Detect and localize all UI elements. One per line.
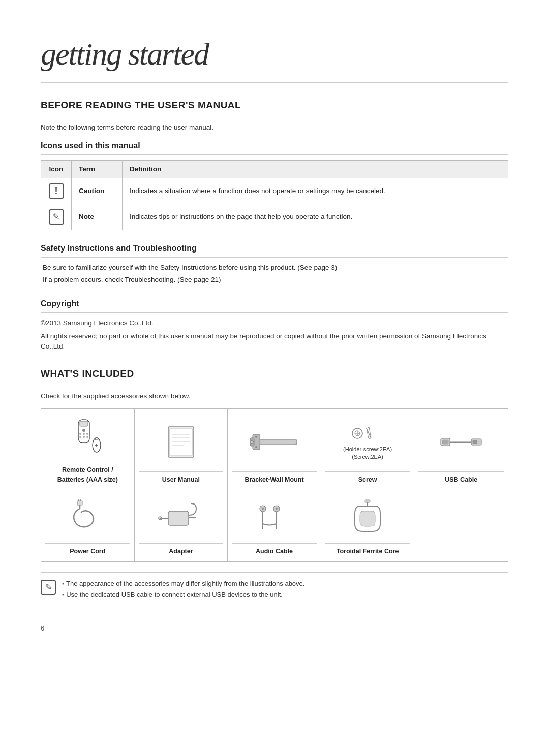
caution-icon: !: [49, 183, 64, 199]
table-row: ✎ Note Indicates tips or instructions on…: [41, 204, 508, 230]
icons-heading: Icons used in this manual: [41, 140, 508, 155]
svg-point-43: [159, 517, 161, 519]
accessory-remote: Remote Control /Batteries (AAA size): [41, 409, 135, 490]
svg-point-7: [83, 436, 85, 438]
usb-illustration: [418, 417, 504, 467]
audiocable-label: Audio Cable: [232, 543, 317, 556]
whats-included-section: WHAT'S INCLUDED Check for the supplied a…: [41, 367, 508, 608]
bracket-illustration: [232, 417, 317, 467]
note-icon-cell: ✎: [41, 204, 72, 230]
bottom-notes: ✎ The appearance of the accessories may …: [41, 572, 508, 609]
note-term: Note: [72, 204, 123, 230]
svg-point-8: [86, 436, 88, 438]
adapter-illustration: [139, 498, 224, 539]
col-icon: Icon: [41, 160, 72, 178]
accessories-intro: Check for the supplied accessories shown…: [41, 391, 508, 401]
copyright-line-2: All rights reserved; no part or whole of…: [41, 331, 508, 352]
caution-term: Caution: [72, 178, 123, 204]
caution-definition: Indicates a situation where a function d…: [123, 178, 508, 204]
safety-heading: Safety Instructions and Troubleshooting: [41, 242, 508, 258]
svg-rect-1: [80, 421, 88, 426]
caution-icon-cell: !: [41, 178, 72, 204]
copyright-line-1: ©2013 Samsung Electronics Co.,Ltd.: [41, 318, 508, 328]
col-term: Term: [72, 160, 123, 178]
icons-table: Icon Term Definition ! Caution Indicates…: [41, 160, 508, 230]
accessory-screw: (Holder-screw:2EA) (Screw:2EA) Screw: [321, 409, 415, 490]
icons-section: Icons used in this manual Icon Term Defi…: [41, 140, 508, 230]
page-title: getting started: [41, 30, 508, 83]
col-definition: Definition: [123, 160, 508, 178]
adapter-label: Adapter: [139, 543, 224, 556]
accessory-bracket: Bracket-Wall Mount: [228, 409, 321, 490]
bracket-label: Bracket-Wall Mount: [232, 471, 317, 485]
screw-illustration: (Holder-screw:2EA) (Screw:2EA): [325, 417, 410, 467]
manual-label: User Manual: [139, 471, 224, 485]
audiocable-illustration: [232, 498, 317, 539]
notes-text: The appearance of the accessories may di…: [62, 579, 304, 602]
copyright-heading: Copyright: [41, 298, 508, 313]
svg-rect-36: [77, 501, 82, 505]
svg-point-2: [82, 429, 85, 432]
whats-included-heading: WHAT'S INCLUDED: [41, 367, 508, 385]
remote-illustration: [45, 417, 130, 458]
svg-point-4: [83, 433, 85, 435]
ferrite-illustration: [325, 498, 410, 539]
before-reading-intro: Note the following terms before reading …: [41, 122, 508, 133]
svg-point-45: [262, 508, 264, 510]
note-definition: Indicates tips or instructions on the pa…: [123, 204, 508, 230]
accessory-powercord: Power Cord: [41, 490, 135, 561]
accessory-adapter: Adapter: [135, 490, 228, 561]
note-line-1: The appearance of the accessories may di…: [62, 579, 304, 589]
accessory-empty: [414, 490, 508, 561]
svg-point-24: [251, 440, 254, 444]
svg-rect-51: [365, 500, 370, 502]
safety-list: Be sure to familiarize yourself with the…: [41, 263, 508, 286]
safety-section: Safety Instructions and Troubleshooting …: [41, 242, 508, 286]
before-reading-section: BEFORE READING THE USER'S MANUAL Note th…: [41, 98, 508, 352]
svg-point-48: [276, 508, 278, 510]
manual-illustration: [139, 417, 224, 467]
screw-label: Screw: [325, 471, 410, 485]
svg-rect-35: [473, 440, 477, 444]
note-icon: ✎: [49, 209, 64, 225]
table-row: ! Caution Indicates a situation where a …: [41, 178, 508, 204]
list-item: Be sure to familiarize yourself with the…: [41, 263, 508, 273]
note-line-2: Use the dedicated USB cable to connect e…: [62, 590, 304, 601]
powercord-illustration: [45, 498, 130, 539]
note-icon-bottom: ✎: [41, 580, 56, 595]
svg-point-22: [255, 446, 257, 448]
before-reading-heading: BEFORE READING THE USER'S MANUAL: [41, 98, 508, 116]
ferrite-label: Toroidal Ferrite Core: [325, 543, 410, 556]
accessory-usb: USB Cable: [414, 409, 508, 490]
svg-rect-14: [170, 428, 192, 456]
usb-label: USB Cable: [418, 471, 504, 485]
screw-info: (Holder-screw:2EA) (Screw:2EA): [343, 423, 392, 461]
copyright-section: Copyright ©2013 Samsung Electronics Co.,…: [41, 298, 508, 352]
powercord-label: Power Cord: [45, 543, 130, 556]
accessory-manual: User Manual: [135, 409, 228, 490]
svg-point-6: [79, 436, 81, 438]
svg-point-21: [255, 436, 257, 438]
svg-point-5: [86, 433, 88, 435]
svg-rect-32: [442, 440, 448, 444]
accessory-ferrite: Toroidal Ferrite Core: [321, 490, 415, 561]
svg-point-3: [79, 433, 81, 435]
remote-label: Remote Control /Batteries (AAA size): [45, 462, 130, 485]
accessory-audiocable: Audio Cable: [228, 490, 321, 561]
list-item: If a problem occurs, check Troubleshooti…: [41, 275, 508, 285]
accessories-grid: Remote Control /Batteries (AAA size) Use…: [41, 408, 508, 562]
svg-rect-39: [168, 511, 189, 525]
page-number: 6: [41, 623, 508, 634]
